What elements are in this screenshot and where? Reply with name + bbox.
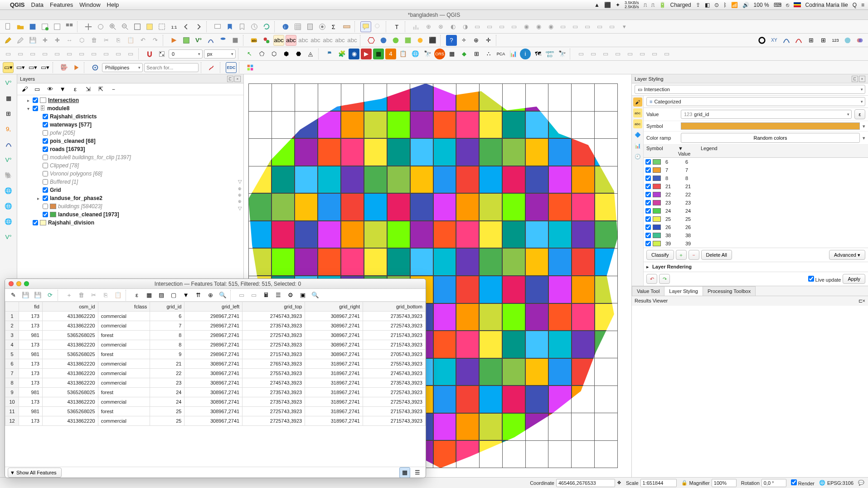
globe-icon[interactable]: 🌐 (410, 49, 421, 59)
plugin-icon[interactable]: ⊞ (805, 35, 816, 46)
plugin-icon[interactable]: 4 (385, 49, 396, 59)
vector-layer-icon[interactable]: V° (2, 76, 15, 89)
select-button[interactable]: ▭▾ (15, 62, 26, 73)
delete-icon[interactable]: 🗑 (76, 290, 87, 301)
tab-value-tool[interactable]: Value Tool (632, 286, 664, 296)
rotation-field[interactable]: 0,0 ° (761, 479, 786, 487)
raster-layer-icon[interactable]: ▦ (2, 92, 15, 104)
layer-item[interactable]: module8 buildings_for_clip [1397] (17, 153, 243, 161)
symbol-preview[interactable] (681, 122, 860, 130)
form-view-icon[interactable]: ☰ (412, 467, 423, 478)
plugin-icon[interactable]: ▦ (373, 49, 384, 59)
tray-icon[interactable]: ⎍ (644, 2, 647, 8)
visibility-icon[interactable]: 👁 (44, 84, 55, 95)
legend-row[interactable]: 3939 (644, 239, 868, 248)
wcs-icon[interactable]: 🌐 (2, 200, 15, 212)
text-annotation-button[interactable]: T (392, 21, 402, 32)
menu-window[interactable]: Window (79, 1, 100, 8)
chart-icon[interactable] (207, 62, 218, 73)
undock-icon[interactable]: ⊏ (852, 76, 858, 82)
refresh-button[interactable] (261, 21, 272, 32)
add-postgis-button[interactable] (218, 35, 228, 46)
tray-icon[interactable]: ◧ (705, 2, 710, 8)
conditional-icon[interactable]: ☰ (273, 290, 284, 301)
flag-icon[interactable] (794, 2, 801, 7)
hexagon-icon[interactable] (366, 35, 377, 46)
layer-item[interactable]: Buffered [1] (17, 178, 243, 186)
circle-icon[interactable] (756, 35, 767, 46)
legend-row[interactable]: 88 (644, 174, 868, 182)
zoom-full-button[interactable] (132, 21, 143, 32)
color-ramp-button[interactable]: Random colors (681, 133, 860, 143)
zoom-to-icon[interactable]: 🔍 (217, 290, 228, 301)
legend-row[interactable]: 2525 (644, 215, 868, 223)
vector-layer-icon[interactable]: V° (2, 230, 15, 243)
postgis-icon[interactable]: 🐘 (2, 169, 15, 181)
maximize-icon[interactable] (24, 281, 29, 286)
search-input[interactable] (144, 63, 199, 72)
close-icon[interactable]: × (859, 76, 865, 82)
live-update-checkbox[interactable]: Live update (808, 276, 841, 283)
plugin-icon[interactable]: ◉ (349, 49, 359, 59)
advanced-button[interactable]: Advanced ▾ (829, 250, 865, 260)
filter-icon[interactable]: ▽ (238, 179, 242, 185)
label-tool-icon[interactable]: abc (298, 35, 309, 46)
layer-item[interactable]: Rajshahi_division (17, 219, 243, 227)
actions-icon[interactable]: ⚙ (285, 290, 296, 301)
zoom-native-button[interactable]: 1:1 (169, 21, 179, 32)
plugin-icon[interactable]: 🗺 (532, 49, 543, 59)
zoom-out-button[interactable] (120, 21, 131, 32)
add-vector-button[interactable] (169, 35, 179, 46)
reload-icon[interactable]: ⟳ (44, 290, 55, 301)
close-icon[interactable]: × (863, 298, 865, 304)
curve-icon[interactable] (781, 35, 792, 46)
add-spatialite-button[interactable] (230, 35, 241, 46)
masks-tab-icon[interactable]: abc (633, 119, 642, 128)
layer-rendering-label[interactable]: Layer Rendering (652, 264, 692, 269)
region-combo[interactable]: Philippines (102, 63, 143, 72)
history-tab-icon[interactable]: 🕘 (633, 152, 642, 161)
select-icon[interactable]: ⬡ (268, 49, 279, 59)
legend-row[interactable]: 3838 (644, 231, 868, 239)
intersect-icon[interactable] (854, 35, 865, 46)
extents-icon[interactable]: ❖ (617, 480, 621, 486)
select-expr-icon[interactable]: ε (131, 290, 142, 301)
styling-layer-combo[interactable]: ▭Intersection (635, 85, 865, 94)
delete-field-icon[interactable]: ▭ (248, 290, 259, 301)
new-project-button[interactable] (3, 21, 14, 32)
temporal-button[interactable] (249, 21, 260, 32)
layer-item[interactable]: Grid (17, 186, 243, 194)
value-field-combo[interactable]: 123grid_id (681, 110, 852, 119)
zoom-selection-button[interactable] (144, 21, 155, 32)
select-icon[interactable]: ↖ (244, 49, 255, 59)
label-tool-icon[interactable]: abc (335, 35, 345, 46)
add-group-icon[interactable]: ▭ (32, 84, 43, 95)
select-button[interactable]: ▭▾ (3, 62, 14, 73)
run-icon[interactable] (71, 62, 82, 73)
expand-icon[interactable]: ⇲ (82, 84, 93, 95)
bookmarks-button[interactable] (237, 21, 247, 32)
tray-icon[interactable]: ⊙ (714, 2, 719, 8)
render-checkbox[interactable]: Render (791, 479, 815, 486)
classify-button[interactable]: Classify (646, 250, 674, 260)
label-button[interactable]: abc (249, 35, 260, 46)
binoculars-icon[interactable]: 🔭 (422, 49, 433, 59)
legend-row[interactable]: 2424 (644, 207, 868, 215)
count-icon[interactable]: ⊕ (238, 199, 242, 204)
geocode-icon[interactable] (390, 35, 401, 46)
show-all-features-button[interactable]: ▼ Show All Features (8, 468, 62, 478)
style-icon[interactable]: 🖌 (19, 84, 30, 95)
crs-label[interactable]: EPSG:3106 (827, 480, 853, 486)
spotlight-icon[interactable]: Q (853, 2, 857, 8)
layer-item[interactable]: ▸Intersection (17, 96, 243, 104)
pan-to-icon[interactable]: ⊕ (205, 290, 216, 301)
palette-icon[interactable] (245, 62, 256, 73)
volume-icon[interactable]: 🔊 (742, 2, 749, 8)
lock-icon[interactable]: 🔒 (681, 480, 688, 486)
help-icon[interactable]: ? (446, 35, 457, 46)
magnifier-field[interactable]: 100% (712, 479, 737, 487)
buffer-icon[interactable] (842, 35, 853, 46)
label-tool-icon[interactable]: abc (273, 35, 284, 46)
messages-icon[interactable]: 💬 (858, 480, 864, 486)
target-icon[interactable]: ✛ (483, 35, 494, 46)
